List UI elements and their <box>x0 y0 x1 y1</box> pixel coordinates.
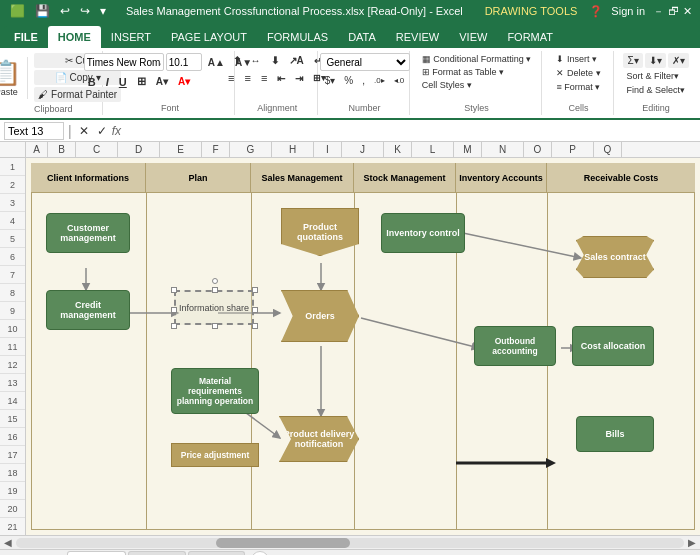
cancel-formula-btn[interactable]: ✕ <box>76 124 92 138</box>
row-21[interactable]: 21 <box>0 518 25 535</box>
paste-button[interactable]: 📋 Paste <box>0 57 28 99</box>
horizontal-scrollbar[interactable]: ◀ ▶ <box>0 535 700 549</box>
delete-btn[interactable]: ✕ Delete ▾ <box>553 67 603 79</box>
row-13[interactable]: 13 <box>0 374 25 392</box>
decrease-decimal-btn[interactable]: ◂.0 <box>390 74 409 87</box>
align-bottom-btn[interactable]: ⬇ <box>267 53 283 68</box>
row-3[interactable]: 3 <box>0 194 25 212</box>
font-size-input[interactable] <box>166 53 202 71</box>
cells-area[interactable]: // Will be drawn via JS Client Informati… <box>26 158 700 535</box>
tab-home[interactable]: HOME <box>48 26 101 48</box>
row-10[interactable]: 10 <box>0 320 25 338</box>
col-header-b[interactable]: B <box>48 142 76 157</box>
undo-icon[interactable]: ↩ <box>58 4 72 18</box>
row-9[interactable]: 9 <box>0 302 25 320</box>
fill-btn[interactable]: ⬇▾ <box>645 53 666 68</box>
material-req-shape[interactable]: Material requirements planning operation <box>171 368 259 414</box>
sign-in-btn[interactable]: Sign in <box>611 5 645 17</box>
sales-contract-shape[interactable]: Sales contract <box>576 236 654 278</box>
insert-btn[interactable]: ⬇ Insert ▾ <box>553 53 600 65</box>
cost-allocation-shape[interactable]: Cost allocation <box>572 326 654 366</box>
row-19[interactable]: 19 <box>0 482 25 500</box>
row-12[interactable]: 12 <box>0 356 25 374</box>
row-7[interactable]: 7 <box>0 266 25 284</box>
tab-page-layout[interactable]: PAGE LAYOUT <box>161 26 257 48</box>
col-header-a[interactable]: A <box>26 142 48 157</box>
scroll-left-btn[interactable]: ◀ <box>2 537 14 548</box>
cell-styles-btn[interactable]: Cell Styles ▾ <box>419 79 475 91</box>
border-btn[interactable]: ⊞ <box>133 73 150 90</box>
increase-decimal-btn[interactable]: .0▸ <box>370 74 389 87</box>
col-header-l[interactable]: L <box>412 142 454 157</box>
redo-icon[interactable]: ↪ <box>78 4 92 18</box>
row-8[interactable]: 8 <box>0 284 25 302</box>
autosum-btn[interactable]: Σ▾ <box>623 53 642 68</box>
format-btn[interactable]: ≡ Format ▾ <box>553 81 603 93</box>
formula-input[interactable] <box>125 125 696 137</box>
price-adjustment-shape[interactable]: Price adjustment <box>171 443 259 467</box>
add-sheet-btn[interactable]: + <box>251 551 269 556</box>
tab-format[interactable]: FORMAT <box>497 26 563 48</box>
tab-insert[interactable]: INSERT <box>101 26 161 48</box>
information-share-shape[interactable]: Information share <box>174 290 254 325</box>
col-header-g[interactable]: G <box>230 142 272 157</box>
confirm-formula-btn[interactable]: ✓ <box>94 124 110 138</box>
underline-btn[interactable]: U <box>115 74 131 90</box>
find-select-btn[interactable]: Find & Select▾ <box>623 84 688 96</box>
col-header-h[interactable]: H <box>272 142 314 157</box>
align-top-btn[interactable]: ⬆ <box>229 53 245 68</box>
increase-indent-btn[interactable]: ⇥ <box>291 71 307 86</box>
orientation-btn[interactable]: ↗A <box>285 53 308 68</box>
tab-formulas[interactable]: FORMULAS <box>257 26 338 48</box>
row-18[interactable]: 18 <box>0 464 25 482</box>
row-14[interactable]: 14 <box>0 392 25 410</box>
bills-shape[interactable]: Bills <box>576 416 654 452</box>
scrollbar-thumb[interactable] <box>216 538 350 548</box>
col-header-d[interactable]: D <box>118 142 160 157</box>
font-name-input[interactable] <box>84 53 164 71</box>
font-color-btn[interactable]: A▾ <box>174 74 194 89</box>
percent-btn[interactable]: % <box>340 73 357 88</box>
rotation-handle[interactable] <box>212 278 218 284</box>
col-header-o[interactable]: O <box>524 142 552 157</box>
scrollbar-track[interactable] <box>16 538 684 548</box>
tab-view[interactable]: VIEW <box>449 26 497 48</box>
sheet-tab-1[interactable]: Sheet1 <box>67 551 126 556</box>
tab-review[interactable]: REVIEW <box>386 26 449 48</box>
row-1[interactable]: 1 <box>0 158 25 176</box>
col-header-j[interactable]: J <box>342 142 384 157</box>
restore-btn[interactable]: 🗗 <box>668 5 679 17</box>
minimize-btn[interactable]: － <box>653 4 664 19</box>
conditional-formatting-btn[interactable]: ▦ Conditional Formatting ▾ <box>419 53 535 65</box>
inventory-control-shape[interactable]: Inventory control <box>381 213 465 253</box>
col-header-k[interactable]: K <box>384 142 412 157</box>
decrease-indent-btn[interactable]: ⇤ <box>273 71 289 86</box>
bold-btn[interactable]: B <box>84 74 100 90</box>
col-header-e[interactable]: E <box>160 142 202 157</box>
align-right-btn[interactable]: ≡ <box>257 70 271 86</box>
italic-btn[interactable]: I <box>102 74 113 90</box>
row-4[interactable]: 4 <box>0 212 25 230</box>
col-header-m[interactable]: M <box>454 142 482 157</box>
sheet-tab-3[interactable]: Sheet3 <box>188 551 246 556</box>
align-left-btn[interactable]: ≡ <box>224 70 238 86</box>
help-icon[interactable]: ❓ <box>589 5 603 18</box>
tab-data[interactable]: DATA <box>338 26 386 48</box>
product-delivery-shape[interactable]: Product delivery notification <box>279 416 359 462</box>
credit-management-shape[interactable]: Credit management <box>46 290 130 330</box>
customize-icon[interactable]: ▾ <box>98 4 108 18</box>
col-header-f[interactable]: F <box>202 142 230 157</box>
close-btn[interactable]: ✕ <box>683 5 692 18</box>
sort-filter-btn[interactable]: Sort & Filter▾ <box>623 70 682 82</box>
sheet-tab-2[interactable]: Sheet2 <box>128 551 186 556</box>
scroll-right-btn[interactable]: ▶ <box>686 537 698 548</box>
currency-btn[interactable]: $▾ <box>321 73 340 88</box>
row-16[interactable]: 16 <box>0 428 25 446</box>
col-header-n[interactable]: N <box>482 142 524 157</box>
name-box[interactable] <box>4 122 64 140</box>
fill-color-btn[interactable]: A▾ <box>152 74 172 89</box>
row-6[interactable]: 6 <box>0 248 25 266</box>
clear-btn[interactable]: ✗▾ <box>668 53 689 68</box>
save-icon[interactable]: 💾 <box>33 4 52 18</box>
outbound-accounting-shape[interactable]: Outbound accounting <box>474 326 556 366</box>
